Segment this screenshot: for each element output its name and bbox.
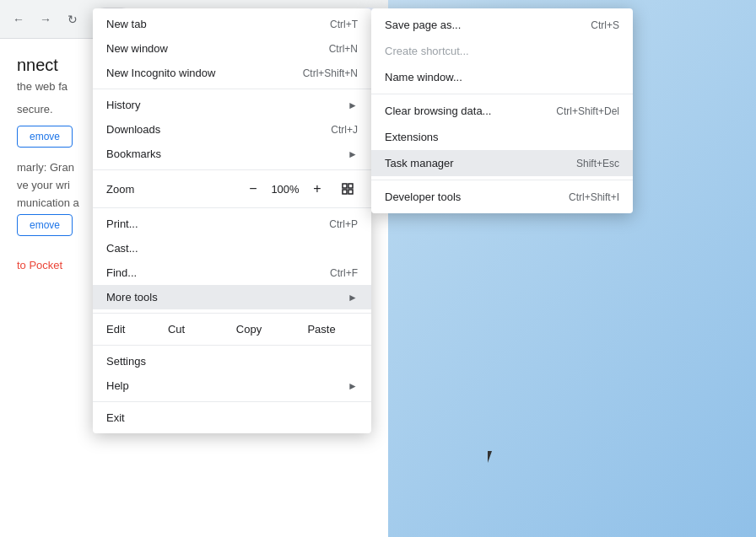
submenu-item-extensions[interactable]: Extensions — [371, 124, 633, 150]
menu-item-downloads[interactable]: Downloads Ctrl+J — [93, 117, 371, 142]
cut-button[interactable]: Cut — [140, 323, 213, 336]
paste-button[interactable]: Paste — [285, 323, 358, 336]
zoom-row: Zoom − 100% + — [93, 174, 371, 204]
menu-item-history[interactable]: History ► — [93, 93, 371, 117]
back-button[interactable]: ← — [7, 8, 30, 31]
submenu-item-developer-tools[interactable]: Developer tools Ctrl+Shift+I — [371, 184, 633, 210]
menu-divider-1 — [93, 89, 371, 89]
zoom-value: 100% — [270, 183, 300, 196]
menu-divider-3 — [93, 207, 371, 208]
copy-button[interactable]: Copy — [213, 323, 285, 336]
forward-button[interactable]: → — [34, 8, 57, 31]
menu-divider-4 — [93, 313, 371, 314]
menu-item-find[interactable]: Find... Ctrl+F — [93, 260, 371, 285]
remove-button1[interactable]: emove — [17, 126, 73, 148]
menu-item-exit[interactable]: Exit — [93, 405, 371, 430]
submenu-divider-2 — [371, 180, 633, 180]
menu-item-bookmarks[interactable]: Bookmarks ► — [93, 142, 371, 166]
svg-rect-8 — [343, 190, 347, 194]
zoom-out-button[interactable]: − — [243, 179, 263, 199]
menu-item-settings[interactable]: Settings — [93, 349, 371, 373]
menu-item-more-tools[interactable]: More tools ► — [93, 285, 371, 309]
menu-item-new-window[interactable]: New window Ctrl+N — [93, 36, 371, 61]
edit-row: Edit Cut Copy Paste — [93, 317, 371, 341]
menu-item-help[interactable]: Help ► — [93, 373, 371, 398]
zoom-in-button[interactable]: + — [307, 179, 327, 199]
submenu-item-clear-data[interactable]: Clear browsing data... Ctrl+Shift+Del — [371, 98, 633, 124]
menu-divider-6 — [93, 401, 371, 402]
submenu-item-create-shortcut[interactable]: Create shortcut... — [371, 38, 633, 64]
submenu-item-name-window[interactable]: Name window... — [371, 64, 633, 90]
svg-rect-9 — [348, 184, 353, 188]
menu-item-cast[interactable]: Cast... — [93, 236, 371, 260]
menu-divider-2 — [93, 169, 371, 170]
submenu-item-save-page[interactable]: Save page as... Ctrl+S — [371, 12, 633, 38]
svg-rect-6 — [343, 184, 347, 188]
fullscreen-button[interactable] — [338, 179, 358, 199]
menu-item-new-incognito[interactable]: New Incognito window Ctrl+Shift+N — [93, 61, 371, 85]
menu-item-print[interactable]: Print... Ctrl+P — [93, 212, 371, 236]
refresh-button[interactable]: ↻ — [61, 8, 84, 31]
more-tools-submenu: Save page as... Ctrl+S Create shortcut..… — [371, 8, 633, 213]
submenu-item-task-manager[interactable]: Task manager Shift+Esc — [371, 150, 633, 176]
chrome-menu: New tab Ctrl+T New window Ctrl+N New Inc… — [93, 8, 371, 433]
submenu-divider-1 — [371, 94, 633, 94]
svg-rect-7 — [348, 190, 353, 194]
remove-button2[interactable]: emove — [17, 214, 73, 236]
zoom-controls: − 100% + — [243, 179, 358, 199]
menu-item-new-tab[interactable]: New tab Ctrl+T — [93, 12, 371, 36]
menu-divider-5 — [93, 345, 371, 346]
